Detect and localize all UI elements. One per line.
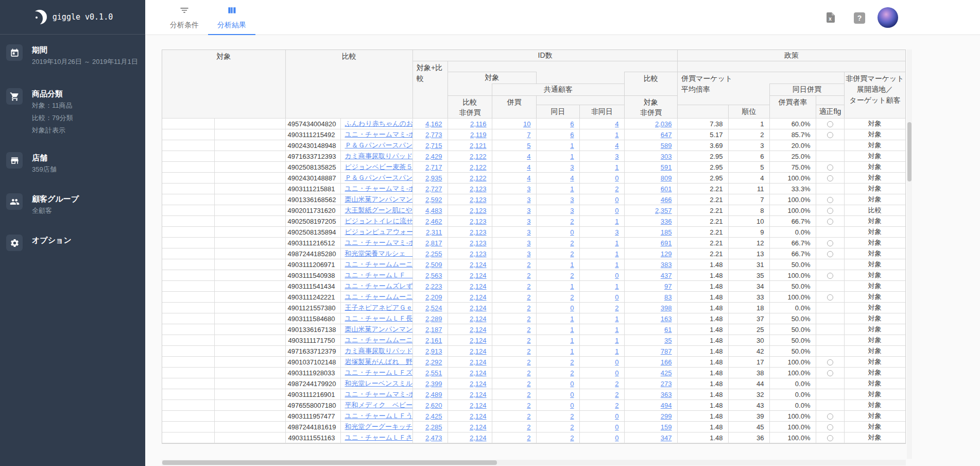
id-count-link[interactable]: 4 (492, 162, 536, 173)
cell-link[interactable]: ユニ・チャームズレず… (345, 282, 413, 290)
cell-link[interactable]: 0 (615, 369, 618, 377)
cell-link[interactable]: 平和メディク ベビー… (345, 401, 413, 409)
id-count-link[interactable]: 383 (624, 259, 677, 270)
product-name-link[interactable]: 王子ネピアネピアＧｅ… (340, 303, 412, 313)
flag-radio-icon[interactable] (827, 219, 833, 225)
cell-link[interactable]: カミ商事尿取りパッド… (345, 152, 413, 160)
flag-radio-icon[interactable] (827, 197, 833, 203)
cell-link[interactable]: 2 (570, 272, 574, 279)
id-count-link[interactable]: 83 (624, 292, 677, 303)
id-count-link[interactable]: 0 (536, 378, 579, 389)
product-name-link[interactable]: 和光堂グーグーキッチ… (340, 422, 412, 432)
cell-link[interactable]: 163 (661, 315, 672, 323)
cell-link[interactable]: 10 (523, 120, 530, 128)
id-count-link[interactable]: 2,124 (448, 292, 492, 303)
cell-link[interactable]: 栗山米菓アンパンマン… (345, 195, 413, 203)
cell-link[interactable]: 2,425 (425, 412, 442, 420)
cell-link[interactable]: 2,715 (425, 142, 442, 149)
cell-link[interactable]: 4 (570, 174, 574, 182)
id-count-link[interactable]: 466 (624, 194, 677, 205)
id-count-link[interactable]: 1 (579, 335, 624, 346)
cell-link[interactable]: 83 (664, 293, 672, 301)
flag-radio-icon[interactable] (827, 208, 833, 214)
id-count-link[interactable]: 2 (492, 411, 536, 422)
cell-link[interactable]: 691 (661, 239, 672, 247)
product-name-link[interactable]: ユニ・チャームＬＦ長… (340, 313, 412, 324)
id-count-link[interactable]: 3 (492, 238, 536, 248)
id-count-link[interactable]: 2,124 (448, 422, 492, 432)
cell-link[interactable]: 494 (661, 402, 672, 409)
id-count-link[interactable]: 0 (536, 389, 579, 400)
cell-link[interactable]: 2 (570, 434, 574, 442)
id-count-link[interactable]: 2,124 (448, 335, 492, 346)
id-count-link[interactable]: 1 (536, 151, 579, 162)
cell-link[interactable]: 2 (570, 423, 574, 431)
cell-link[interactable]: 2,187 (425, 326, 442, 334)
cell-link[interactable]: 2,620 (425, 402, 442, 409)
cell-link[interactable]: ユニ・チャームマミ-ポ… (345, 239, 413, 246)
cell-link[interactable]: 303 (661, 153, 672, 160)
product-name-link[interactable]: ユニ・チャームマミ-ポ… (340, 389, 412, 400)
cell-link[interactable]: 601 (661, 185, 672, 193)
cell-link[interactable]: 2,123 (470, 218, 487, 225)
product-name-link[interactable]: ユニ・チャームマミ-ポ… (340, 184, 412, 194)
id-count-link[interactable]: 3 (536, 162, 579, 173)
id-count-link[interactable]: 1 (579, 162, 624, 173)
cell-link[interactable]: 王子ネピアネピアＧｅ… (345, 304, 413, 311)
cell-link[interactable]: 2,913 (425, 347, 442, 355)
cell-link[interactable]: 2,462 (425, 218, 442, 225)
id-count-link[interactable]: 303 (624, 151, 677, 162)
cell-link[interactable]: ユニ・チャームＬＦズ… (345, 369, 413, 376)
id-count-link[interactable]: 2,124 (448, 432, 492, 443)
id-count-link[interactable]: 2 (492, 259, 536, 270)
cell-link[interactable]: 大王製紙グーン肌にや… (345, 206, 413, 214)
cell-link[interactable]: 3 (527, 218, 530, 225)
cell-link[interactable]: 4,483 (425, 207, 442, 214)
product-name-link[interactable]: ふんわり赤ちゃんのお… (340, 119, 412, 129)
cell-link[interactable]: 4,162 (425, 120, 442, 128)
cell-link[interactable]: ユニ・チャームムーニ… (345, 260, 413, 268)
cell-link[interactable]: 和光堂栄養マルシェ … (345, 249, 413, 257)
id-count-link[interactable]: 2,122 (448, 162, 492, 173)
cell-link[interactable]: 4 (527, 153, 530, 160)
cell-link[interactable]: 437 (661, 272, 672, 279)
flag-radio-icon[interactable] (827, 164, 833, 171)
id-count-link[interactable]: 2 (492, 292, 536, 303)
cell-link[interactable]: ユニ・チャームＬＦさ… (345, 434, 413, 441)
cell-link[interactable]: 0 (615, 293, 618, 301)
cell-link[interactable]: 2,292 (425, 358, 442, 366)
id-count-link[interactable]: 2,727 (412, 184, 448, 194)
id-count-link[interactable]: 0 (579, 205, 624, 216)
id-count-link[interactable]: 647 (624, 129, 677, 140)
id-count-link[interactable]: 1 (579, 238, 624, 248)
flag-radio-icon[interactable] (827, 413, 833, 420)
cell-link[interactable]: ユニ・チャームマミ-ポ… (345, 130, 413, 138)
product-name-link[interactable]: ユニ・チャームマミ-ポ… (340, 129, 412, 140)
product-name-link[interactable]: 和光堂栄養マルシェ … (340, 248, 412, 259)
cell-link[interactable]: 3 (570, 163, 574, 171)
cell-link[interactable]: 2,124 (470, 412, 487, 420)
id-count-link[interactable]: 1 (536, 140, 579, 151)
id-count-link[interactable]: 3 (492, 248, 536, 259)
id-count-link[interactable]: 0 (579, 194, 624, 205)
cell-link[interactable]: 2,223 (425, 282, 442, 290)
id-count-link[interactable]: 2,123 (448, 205, 492, 216)
cell-link[interactable]: 2 (527, 315, 530, 323)
cell-link[interactable]: 2,124 (470, 347, 487, 355)
horizontal-scrollbar-thumb[interactable] (162, 460, 497, 465)
product-name-link[interactable]: ユニ・チャームＬＦさ… (340, 432, 412, 443)
cell-link[interactable]: ふんわり赤ちゃんのお… (345, 120, 413, 127)
product-name-link[interactable]: 和光堂レーベンスミル… (340, 378, 412, 389)
cell-link[interactable]: 2,124 (470, 358, 487, 366)
id-count-link[interactable]: 2,116 (448, 119, 492, 129)
cell-link[interactable]: 1 (570, 142, 574, 149)
cell-link[interactable]: 2,122 (470, 153, 487, 160)
cell-link[interactable]: 2,161 (425, 337, 442, 344)
cell-link[interactable]: 1 (615, 218, 618, 225)
product-name-link[interactable]: ピジョンベビー麦茶５… (340, 162, 412, 173)
cell-link[interactable]: 2,563 (425, 272, 442, 279)
id-count-link[interactable]: 166 (624, 357, 677, 368)
cell-link[interactable]: 97 (664, 282, 672, 290)
vertical-scrollbar-thumb[interactable] (907, 122, 912, 181)
id-count-link[interactable]: 129 (624, 248, 677, 259)
